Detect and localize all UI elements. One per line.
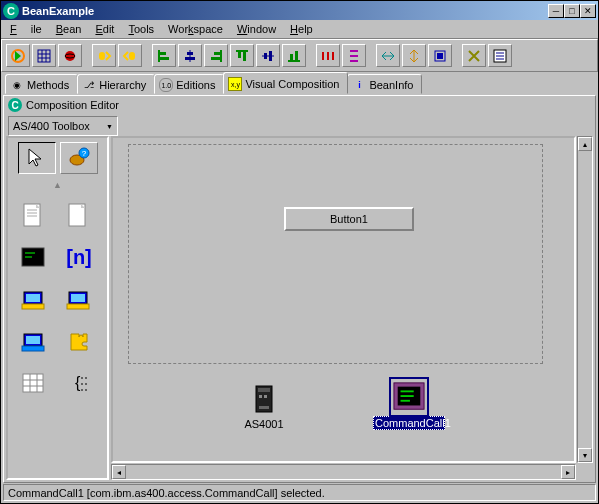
svg-rect-21	[243, 52, 246, 61]
palette-pc-blue-icon[interactable]	[18, 326, 50, 358]
svg-rect-37	[437, 53, 443, 59]
bean-label: CommandCall1	[373, 416, 445, 430]
svg-rect-62	[22, 346, 44, 351]
tb-distribute-v-icon[interactable]	[342, 44, 366, 67]
status-text: CommandCall1 [com.ibm.as400.access.Comma…	[8, 487, 325, 499]
tab-visual-composition[interactable]: x,yVisual Composition	[223, 72, 348, 94]
canvas[interactable]: Button1 AS4001 CommandCall1	[111, 136, 576, 463]
svg-rect-30	[332, 52, 334, 60]
menu-workspace[interactable]: Workspace	[161, 21, 230, 37]
svg-rect-73	[258, 388, 270, 392]
tb-step-prev-icon[interactable]	[118, 44, 142, 67]
svg-rect-59	[67, 304, 89, 309]
svg-text:{: {	[75, 374, 81, 391]
bean-label: AS4001	[228, 418, 300, 430]
scroll-left-icon[interactable]: ◂	[112, 465, 126, 479]
svg-rect-56	[22, 304, 44, 309]
tb-align-center-icon[interactable]	[178, 44, 202, 67]
tb-grid-icon[interactable]	[32, 44, 56, 67]
menu-tools[interactable]: Tools	[121, 21, 161, 37]
svg-rect-20	[238, 52, 241, 58]
toolbar	[1, 39, 598, 72]
composition-icon: C	[8, 98, 22, 112]
tab-beaninfo[interactable]: iBeanInfo	[347, 74, 422, 94]
selection-tool[interactable]	[18, 142, 56, 174]
svg-text:[n]: [n]	[66, 246, 92, 268]
palette-pc-yellow2-icon[interactable]	[63, 284, 95, 316]
tb-align-top-icon[interactable]	[230, 44, 254, 67]
tab-hierarchy[interactable]: ⎇Hierarchy	[77, 74, 155, 94]
svg-rect-74	[259, 395, 262, 398]
palette-puzzle-icon[interactable]	[63, 326, 95, 358]
palette-terminal-icon[interactable]	[18, 242, 50, 274]
palette-category-dropdown[interactable]: AS/400 Toolbox	[8, 116, 118, 136]
svg-rect-32	[350, 55, 358, 57]
palette-table-icon[interactable]	[18, 368, 50, 400]
svg-rect-23	[264, 53, 267, 59]
menu-file[interactable]: File	[3, 21, 49, 37]
tb-align-right-icon[interactable]	[204, 44, 228, 67]
tab-methods[interactable]: ◉Methods	[5, 74, 78, 94]
palette-doc2-icon[interactable]	[63, 200, 95, 232]
choose-bean-tool[interactable]: ?	[60, 142, 98, 174]
bean-as400[interactable]: AS4001	[228, 383, 300, 430]
work-area: C Composition Editor AS/400 Toolbox ? ▲ …	[3, 95, 596, 483]
svg-rect-58	[71, 294, 85, 302]
svg-rect-15	[185, 57, 195, 60]
menu-window[interactable]: Window	[230, 21, 283, 37]
horizontal-scrollbar[interactable]: ◂ ▸	[111, 464, 576, 480]
svg-rect-61	[26, 336, 40, 344]
palette-expand-icon[interactable]: ▲	[8, 178, 107, 196]
tb-same-height-icon[interactable]	[402, 44, 426, 67]
palette-braces-icon[interactable]: {	[63, 368, 95, 400]
menu-edit[interactable]: Edit	[88, 21, 121, 37]
window-title: BeanExample	[22, 5, 548, 17]
svg-rect-63	[23, 374, 43, 392]
tb-align-bottom-icon[interactable]	[282, 44, 306, 67]
tb-run-icon[interactable]	[6, 44, 30, 67]
svg-point-6	[65, 51, 75, 61]
canvas-area: Button1 AS4001 CommandCall1 ▴ ▾	[109, 136, 593, 480]
tb-tools-icon[interactable]	[462, 44, 486, 67]
vertical-scrollbar[interactable]: ▴ ▾	[577, 136, 593, 463]
palette: ? ▲ [n] {	[6, 136, 109, 480]
close-button[interactable]: ✕	[580, 4, 596, 18]
tb-align-left-icon[interactable]	[152, 44, 176, 67]
tb-same-size-icon[interactable]	[428, 44, 452, 67]
methods-icon: ◉	[10, 78, 24, 92]
svg-rect-1	[38, 50, 50, 62]
visual-composition-icon: x,y	[228, 77, 242, 91]
palette-pc-yellow1-icon[interactable]	[18, 284, 50, 316]
hierarchy-icon: ⎇	[82, 78, 96, 92]
tab-editions[interactable]: 1.0Editions	[154, 74, 224, 94]
tb-same-width-icon[interactable]	[376, 44, 400, 67]
palette-doc1-icon[interactable]	[18, 200, 50, 232]
palette-array-icon[interactable]: [n]	[63, 242, 95, 274]
maximize-button[interactable]: □	[564, 4, 580, 18]
app-icon: C	[3, 3, 19, 19]
menu-help[interactable]: Help	[283, 21, 320, 37]
svg-rect-14	[187, 52, 193, 55]
design-surface[interactable]: Button1	[128, 144, 543, 364]
svg-rect-33	[350, 60, 358, 62]
scroll-up-icon[interactable]: ▴	[578, 137, 592, 151]
svg-rect-11	[160, 52, 166, 55]
composition-header: C Composition Editor	[4, 96, 595, 114]
tb-properties-icon[interactable]	[488, 44, 512, 67]
tb-step-next-icon[interactable]	[92, 44, 116, 67]
svg-rect-29	[327, 52, 329, 60]
menu-bean[interactable]: Bean	[49, 21, 89, 37]
svg-rect-28	[322, 52, 324, 60]
tb-distribute-h-icon[interactable]	[316, 44, 340, 67]
tb-debug-icon[interactable]	[58, 44, 82, 67]
minimize-button[interactable]: ─	[548, 4, 564, 18]
tb-align-middle-icon[interactable]	[256, 44, 280, 67]
scroll-down-icon[interactable]: ▾	[578, 448, 592, 462]
status-bar: CommandCall1 [com.ibm.as400.access.Comma…	[3, 484, 596, 501]
button1[interactable]: Button1	[284, 207, 414, 231]
svg-rect-55	[26, 294, 40, 302]
scroll-right-icon[interactable]: ▸	[561, 465, 575, 479]
bean-commandcall[interactable]: CommandCall1	[373, 381, 445, 430]
svg-rect-31	[350, 50, 358, 52]
commandcall-icon	[393, 381, 425, 413]
